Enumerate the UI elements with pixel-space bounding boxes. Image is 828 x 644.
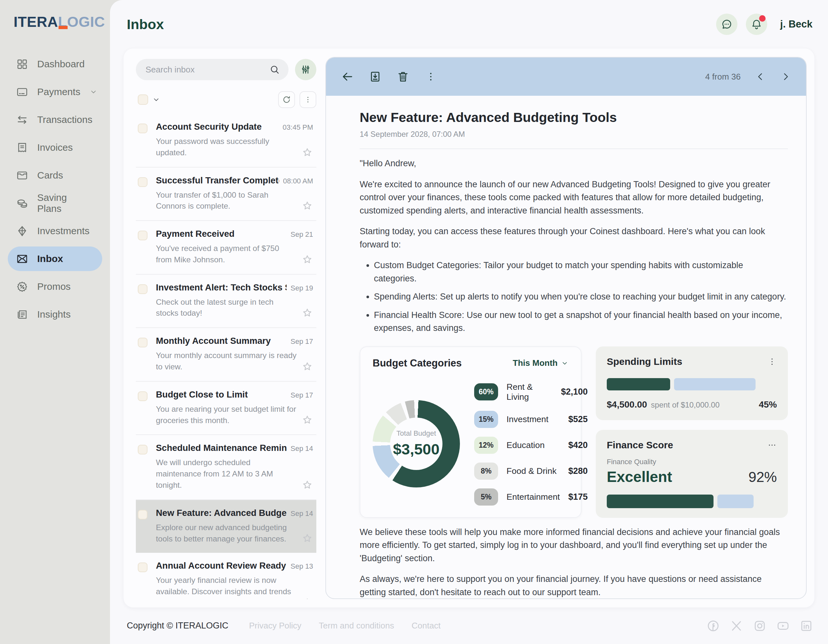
sidebar-item-inbox[interactable]: Inbox [8,246,102,271]
email-list-item[interactable]: Scheduled Maintenance Reminder Sep 14 We… [136,435,316,500]
star-icon[interactable] [301,479,313,491]
star-icon[interactable] [301,147,313,158]
sliders-icon [300,64,311,75]
spending-limits-card: Spending Limits $4,500.00 [596,346,788,420]
x-twitter-icon[interactable] [730,619,743,633]
payments-icon [16,86,28,98]
sidebar-item-invoices[interactable]: Invoices [8,135,102,160]
sidebar-item-label: Insights [37,309,71,320]
trash-icon[interactable] [397,70,409,83]
prev-email-icon[interactable] [755,71,766,82]
footer-link-contact[interactable]: Contact [412,621,441,631]
sidebar-nav: Dashboard Payments Transactions Invoices… [0,52,110,327]
finance-quality-value: Excellent [607,468,672,486]
refresh-button[interactable] [278,91,295,108]
search-input[interactable] [146,65,269,75]
sidebar-item-cards[interactable]: Cards [8,163,102,188]
finance-score-title: Finance Score [607,440,673,451]
promo-badge-icon [16,281,28,293]
sidebar-item-promos[interactable]: Promos [8,274,102,299]
email-checkbox[interactable] [138,563,147,572]
star-icon[interactable] [301,533,313,544]
email-list-item[interactable]: Monthly Account Summary Sep 17 Your mont… [136,328,316,382]
star-icon[interactable] [301,307,313,319]
dashboard-icon [16,58,28,70]
sidebar-item-payments[interactable]: Payments [8,80,102,104]
budget-card-title: Budget Categories [373,357,462,369]
page-footer: Copyright © ITERALOGIC Privacy Policy Te… [110,608,828,644]
email-list-item[interactable]: Investment Alert: Tech Stocks Surge Sep … [136,274,316,328]
finance-score-menu[interactable] [767,440,777,450]
email-checkbox[interactable] [138,284,147,294]
donut-center-label: Total Budget [397,429,436,438]
facebook-icon[interactable] [706,619,720,633]
sidebar-item-label: Inbox [37,253,63,264]
email-item-time: 03:45 PM [283,123,313,132]
filter-button[interactable] [295,59,316,80]
select-all-checkbox[interactable] [138,94,148,105]
email-item-time: 08:00 AM [283,177,313,185]
spending-limits-menu[interactable] [767,357,777,367]
email-checkbox[interactable] [138,124,147,133]
email-checkbox[interactable] [138,177,147,187]
linkedin-icon[interactable] [800,619,813,633]
legend-label: Education [507,440,560,450]
more-options-icon[interactable] [424,70,437,83]
email-checkbox[interactable] [138,510,147,519]
youtube-icon[interactable] [776,619,790,633]
bullet-item: Spending Alerts: Set up alerts to notify… [374,290,788,303]
brand-logo-text-left: ITERA [14,14,58,30]
instagram-icon[interactable] [753,619,767,633]
email-list-item[interactable]: Annual Account Review Ready Sep 13 Your … [136,553,316,599]
notifications-button[interactable] [746,14,767,35]
sidebar-item-dashboard[interactable]: Dashboard [8,52,102,76]
ellipsis-menu-icon [767,440,777,450]
sidebar-item-label: Saving Plans [37,192,94,214]
feature-bullet-list: Custom Budget Categories: Tailor your bu… [360,259,788,335]
kebab-menu-icon [767,357,777,367]
legend-row: 5% Entertainment $175 [474,489,588,506]
period-selector[interactable]: This Month [513,358,569,368]
sidebar-item-transactions[interactable]: Transactions [8,107,102,132]
spent-percentage: 45% [759,400,777,410]
email-list-item[interactable]: New Feature: Advanced Budgeting... Sep 1… [136,500,316,553]
sidebar-item-label: Payments [37,86,80,97]
email-list-item[interactable]: Payment Received Sep 21 You've received … [136,221,316,274]
email-list-item[interactable]: Budget Close to Limit Sep 17 You are nea… [136,382,316,436]
list-more-button[interactable] [300,91,316,108]
user-name[interactable]: j. Beck [780,19,812,30]
next-email-icon[interactable] [780,71,791,82]
select-dropdown-icon[interactable] [152,96,160,104]
email-checkbox[interactable] [138,392,147,401]
email-checkbox[interactable] [138,445,147,454]
email-list-item[interactable]: Successful Transfer Completed 08:00 AM Y… [136,168,316,221]
spending-progress-remaining [674,378,756,390]
sidebar-item-investments[interactable]: Investments [8,219,102,243]
archive-download-icon[interactable] [369,70,382,83]
email-item-snippet: Your password was successfully updated. [156,136,297,158]
back-arrow-icon[interactable] [341,70,354,83]
brand-logo: ITERALOGIC [0,14,110,30]
legend-label: Entertainment [507,492,560,502]
star-icon[interactable] [301,200,313,212]
star-icon[interactable] [301,414,313,426]
search-icon[interactable] [269,64,280,75]
footer-link-privacy[interactable]: Privacy Policy [249,621,301,631]
chevron-down-icon [89,88,98,96]
footer-link-terms[interactable]: Term and conditions [319,621,394,631]
email-item-title: Successful Transfer Completed [156,175,279,186]
star-icon[interactable] [301,597,313,599]
legend-pct-badge: 8% [474,462,498,480]
star-icon[interactable] [301,361,313,373]
email-list-item[interactable]: Account Security Update 03:45 PM Your pa… [136,114,316,168]
email-item-time: Sep 21 [290,230,313,239]
sidebar-item-insights[interactable]: Insights [8,302,102,327]
chat-button[interactable] [716,14,737,35]
star-icon[interactable] [301,254,313,266]
header-actions: j. Beck [716,14,812,35]
sidebar-item-saving-plans[interactable]: Saving Plans [8,191,102,215]
email-list-panel: Account Security Update 03:45 PM Your pa… [136,57,316,599]
email-checkbox[interactable] [138,230,147,240]
email-checkbox[interactable] [138,338,147,347]
embedded-widgets: Budget Categories This Month Total Budge… [360,346,788,518]
